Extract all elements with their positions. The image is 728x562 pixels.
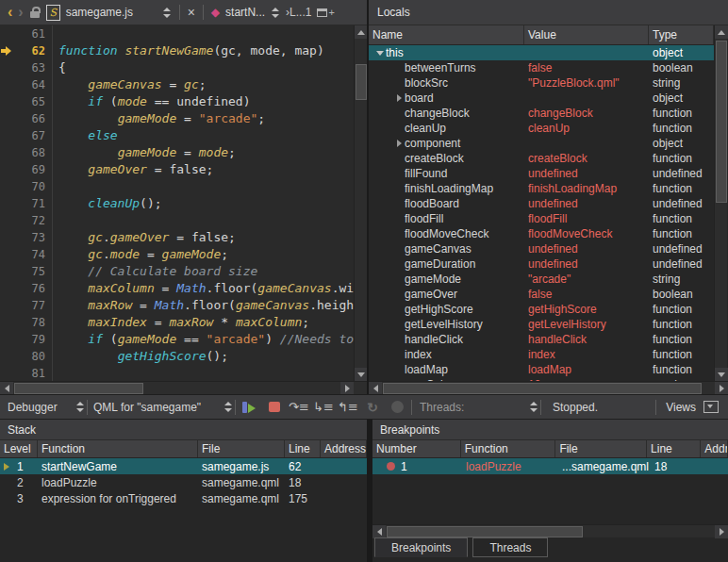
breakpoint-margin[interactable] xyxy=(0,246,17,263)
continue-icon[interactable] xyxy=(239,398,261,417)
stack-row[interactable]: 2loadPuzzlesamegame.qml18 xyxy=(0,474,367,490)
locals-row[interactable]: gameDurationundefinedundefined xyxy=(369,256,714,272)
breakpoint-margin[interactable] xyxy=(0,127,17,144)
column-header[interactable]: Level xyxy=(0,440,38,457)
symbol-dropdown[interactable]: startN... xyxy=(225,6,265,19)
line-number[interactable]: 61 xyxy=(17,25,45,42)
stack-row[interactable]: 3expression for onTriggeredsamegame.qml1… xyxy=(0,490,367,506)
scroll-up-icon[interactable] xyxy=(355,25,368,39)
column-header[interactable]: File xyxy=(555,440,647,457)
fold-margin[interactable] xyxy=(45,195,53,212)
breakpoint-margin[interactable] xyxy=(0,348,17,365)
line-column-indicator[interactable]: ›L...1 xyxy=(286,6,311,19)
line-number[interactable]: 69 xyxy=(17,161,45,178)
line-number[interactable]: 67 xyxy=(17,127,45,144)
code-editor[interactable]: 6162function startNewGame(gc, mode, map)… xyxy=(0,25,354,381)
fold-margin[interactable] xyxy=(45,331,53,348)
column-header[interactable]: File xyxy=(198,440,285,457)
column-header[interactable]: Function xyxy=(38,440,198,457)
line-number[interactable]: 65 xyxy=(17,93,45,110)
file-dropdown-icon[interactable] xyxy=(162,8,172,18)
breakpoints-header[interactable]: NumberFunctionFileLineAddress xyxy=(372,440,728,458)
step-into-icon[interactable]: ↳≡ xyxy=(312,398,335,417)
breakpoint-margin[interactable] xyxy=(0,263,17,280)
scroll-left-icon[interactable] xyxy=(0,382,13,395)
column-header[interactable]: Address xyxy=(701,440,728,457)
forward-icon[interactable]: › xyxy=(18,5,23,20)
locals-row[interactable]: thisobject xyxy=(369,45,714,60)
line-number[interactable]: 75 xyxy=(17,263,45,280)
restart-icon[interactable]: ↻ xyxy=(361,398,384,417)
breakpoints-hscroll-thumb[interactable] xyxy=(387,526,583,537)
locals-header[interactable]: NameValueType xyxy=(369,25,714,45)
locals-row[interactable]: blockSrc"PuzzleBlock.qml"string xyxy=(369,75,714,91)
tab-threads[interactable]: Threads xyxy=(472,537,548,557)
fold-margin[interactable] xyxy=(45,212,53,229)
line-number[interactable]: 76 xyxy=(17,280,45,297)
expand-icon[interactable] xyxy=(393,140,405,147)
unlock-icon[interactable] xyxy=(29,6,41,19)
column-header[interactable]: Line xyxy=(647,440,701,457)
views-menu-icon[interactable] xyxy=(703,401,719,413)
fold-margin[interactable] xyxy=(45,263,53,280)
line-number[interactable]: 72 xyxy=(17,212,45,229)
editor-vscrollbar[interactable] xyxy=(354,25,367,381)
split-editor-icon[interactable]: + xyxy=(317,7,334,18)
editor-hscrollbar[interactable] xyxy=(0,381,367,394)
symbol-dropdown-icon[interactable] xyxy=(271,8,280,18)
locals-row[interactable]: betweenTurnsfalseboolean xyxy=(369,60,714,75)
line-number[interactable]: 81 xyxy=(17,365,45,381)
fold-margin[interactable] xyxy=(45,297,53,314)
locals-row[interactable]: loadMaploadMapfunction xyxy=(369,362,714,377)
fold-margin[interactable] xyxy=(45,110,53,127)
scroll-left-icon[interactable] xyxy=(372,525,386,538)
locals-row[interactable]: finishLoadingMapfinishLoadingMapfunction xyxy=(369,181,714,196)
locals-row[interactable]: floodBoardundefinedundefined xyxy=(369,196,714,211)
stack-row[interactable]: 1startNewGamesamegame.js62 xyxy=(0,458,367,474)
fold-margin[interactable] xyxy=(45,365,53,381)
scroll-right-icon[interactable] xyxy=(715,525,728,538)
breakpoint-margin[interactable] xyxy=(0,144,17,161)
line-number[interactable]: 68 xyxy=(17,144,45,161)
fold-margin[interactable] xyxy=(45,76,53,93)
fold-margin[interactable] xyxy=(45,93,53,110)
locals-vscroll-thumb[interactable] xyxy=(716,41,727,203)
breakpoint-margin[interactable] xyxy=(0,110,17,127)
locals-row[interactable]: fillFoundundefinedundefined xyxy=(369,166,714,181)
breakpoint-margin[interactable] xyxy=(0,59,17,76)
fold-margin[interactable] xyxy=(45,229,53,246)
collapse-icon[interactable] xyxy=(374,51,386,56)
column-header[interactable]: Value xyxy=(524,25,649,44)
breakpoint-margin[interactable] xyxy=(0,161,17,178)
line-number[interactable]: 80 xyxy=(17,348,45,365)
locals-row[interactable]: gameMode"arcade"string xyxy=(369,272,714,287)
line-number[interactable]: 71 xyxy=(17,195,45,212)
scroll-down-icon[interactable] xyxy=(715,368,728,381)
line-number[interactable]: 62 xyxy=(17,42,45,59)
line-number[interactable]: 79 xyxy=(17,331,45,348)
breakpoint-margin[interactable] xyxy=(0,212,17,229)
locals-row[interactable]: floodFillfloodFillfunction xyxy=(369,211,714,226)
step-over-icon[interactable]: ↷≡ xyxy=(288,398,310,417)
locals-row[interactable]: handleClickhandleClickfunction xyxy=(369,332,714,347)
line-number[interactable]: 66 xyxy=(17,110,45,127)
scroll-right-icon[interactable] xyxy=(340,382,354,395)
debugger-engine-combobox[interactable]: Debugger xyxy=(8,401,85,414)
locals-row[interactable]: changeBlockchangeBlockfunction xyxy=(369,106,714,121)
column-header[interactable]: Number xyxy=(372,440,461,457)
breakpoint-margin[interactable] xyxy=(0,42,17,59)
fold-margin[interactable] xyxy=(45,280,53,297)
step-out-icon[interactable]: ↰≡ xyxy=(337,398,359,417)
stop-debugger-icon[interactable] xyxy=(263,398,286,417)
locals-row[interactable]: floodMoveCheckfloodMoveCheckfunction xyxy=(369,226,714,241)
breakpoint-margin[interactable] xyxy=(0,76,17,93)
breakpoint-margin[interactable] xyxy=(0,280,17,297)
close-document-icon[interactable]: × xyxy=(188,6,195,19)
threads-combobox[interactable]: Threads: xyxy=(420,401,538,414)
locals-hscroll-thumb[interactable] xyxy=(383,383,702,394)
line-number[interactable]: 63 xyxy=(17,59,45,76)
fold-margin[interactable] xyxy=(45,42,53,59)
breakpoints-hscrollbar[interactable] xyxy=(372,524,728,537)
back-icon[interactable]: ‹ xyxy=(8,5,12,20)
editor-vscroll-thumb[interactable] xyxy=(356,64,367,100)
